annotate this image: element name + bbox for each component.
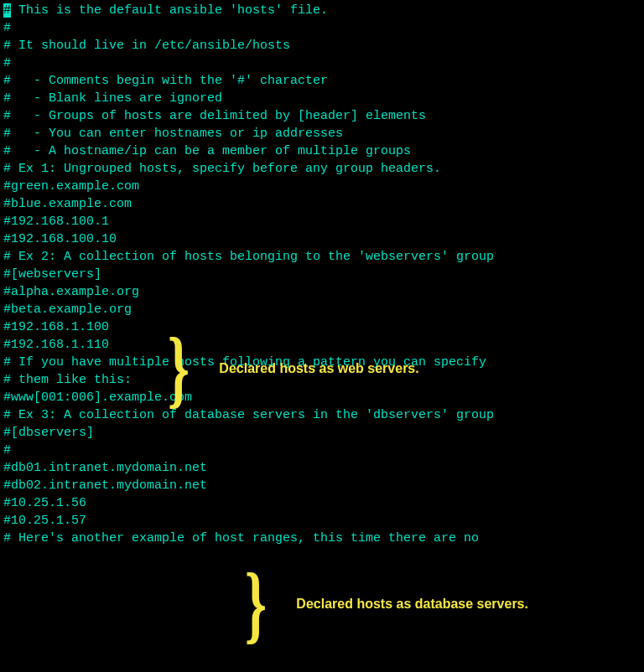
line-text: #db02.intranet.mydomain.net [3,478,207,493]
line-text: #[dbservers] [3,426,94,440]
line-text: #192.168.1.110 [3,338,109,352]
line-text: # Ex 2: A collection of hosts belonging … [3,250,494,264]
line-text: # Ex 1: Ungrouped hosts, specify before … [3,162,441,176]
line-text: #192.168.100.1 [3,215,109,229]
editor-line[interactable]: #192.168.100.10 [3,230,641,248]
line-text: # [3,21,11,35]
editor-line[interactable]: # - Comments begin with the '#' characte… [3,72,641,90]
editor-line[interactable]: #192.168.1.100 [3,318,641,336]
editor-line[interactable]: # Ex 2: A collection of hosts belonging … [3,248,641,266]
line-text: #10.25.1.56 [3,496,86,510]
editor-line[interactable]: #www[001:006].example.com [3,389,641,406]
annotation-text: Declared hosts as database servers. [296,595,528,613]
editor-line[interactable]: # If you have multiple hosts following a… [3,354,641,371]
editor-line[interactable]: # Here's another example of host ranges,… [3,530,641,547]
editor-line[interactable]: #[dbservers] [3,424,641,442]
editor-line[interactable]: #192.168.1.110 [3,336,641,354]
line-text: # - Groups of hosts are delimited by [he… [3,109,426,123]
editor-line[interactable]: #blue.example.com [3,195,641,213]
line-text: #192.168.1.100 [3,320,109,334]
line-text: # [3,443,11,457]
line-text: #10.25.1.57 [3,514,86,528]
line-text: #[webservers] [3,267,101,282]
line-text: # them like this: [3,373,132,387]
editor-line[interactable]: # Ex 1: Ungrouped hosts, specify before … [3,160,641,178]
editor-line[interactable]: #10.25.1.56 [3,494,641,512]
line-text: # - Comments begin with the '#' characte… [3,74,328,88]
line-text: #db01.intranet.mydomain.net [3,461,207,475]
line-text: # Ex 3: A collection of database servers… [3,408,494,422]
line-text: #green.example.com [3,179,139,194]
editor-line[interactable]: #db02.intranet.mydomain.net [3,477,641,494]
line-text: # If you have multiple hosts following a… [3,355,486,370]
editor-line[interactable]: # - Blank lines are ignored [3,90,641,107]
editor-line[interactable]: #green.example.com [3,178,641,195]
editor-line[interactable]: # Ex 3: A collection of database servers… [3,406,641,424]
editor-line[interactable]: #db01.intranet.mydomain.net [3,459,641,477]
line-text: #www[001:006].example.com [3,390,192,405]
brace-icon: } [245,568,267,638]
editor-line[interactable]: # [3,442,641,459]
line-text: # Here's another example of host ranges,… [3,531,479,545]
line-text: This is the default ansible 'hosts' file… [11,3,328,18]
editor-line[interactable]: #[webservers] [3,266,641,283]
editor-line[interactable]: #beta.example.org [3,301,641,318]
editor-line[interactable]: #192.168.100.1 [3,213,641,230]
line-text: #192.168.100.10 [3,232,117,246]
editor-line[interactable]: # This is the default ansible 'hosts' fi… [3,2,641,19]
line-text: # - A hostname/ip can be a member of mul… [3,144,411,158]
line-text: # - You can enter hostnames or ip addres… [3,127,343,141]
editor-line[interactable]: # - You can enter hostnames or ip addres… [3,125,641,142]
line-text: #beta.example.org [3,302,132,317]
editor-line[interactable]: # [3,19,641,37]
annotation-dbservers: } Declared hosts as database servers. [245,566,528,640]
cursor: # [3,3,11,18]
editor-line[interactable]: # - Groups of hosts are delimited by [he… [3,107,641,125]
editor-line[interactable]: # them like this: [3,371,641,389]
editor-line[interactable]: # [3,54,641,72]
line-text: # It should live in /etc/ansible/hosts [3,39,290,53]
editor-line[interactable]: #10.25.1.57 [3,512,641,530]
line-text: # [3,56,11,70]
line-text: #blue.example.com [3,197,132,211]
editor-line[interactable]: #alpha.example.org [3,283,641,301]
line-text: #alpha.example.org [3,285,139,299]
editor-line[interactable]: # - A hostname/ip can be a member of mul… [3,142,641,160]
editor-line[interactable]: # It should live in /etc/ansible/hosts [3,37,641,54]
line-text: # - Blank lines are ignored [3,91,222,106]
